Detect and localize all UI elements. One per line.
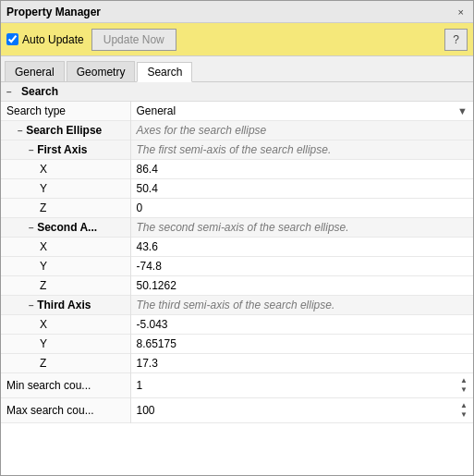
min-search-count-row: Min search cou... 1 ▲ ▼ xyxy=(1,373,473,398)
row-value[interactable]: 86.4 xyxy=(130,160,473,179)
window-title: Property Manager xyxy=(6,6,101,18)
max-search-value[interactable]: 100 ▲ ▼ xyxy=(131,398,474,422)
table-row: Z 17.3 xyxy=(1,354,473,373)
table-row: − Second A... The second semi-axis of th… xyxy=(1,218,473,238)
max-search-count-row: Max search cou... 100 ▲ ▼ xyxy=(1,398,473,423)
table-row: X 43.6 xyxy=(1,238,473,257)
min-search-label: Min search cou... xyxy=(1,373,130,398)
update-now-button[interactable]: Update Now xyxy=(91,29,176,51)
table-row: − Search Ellipse Axes for the search ell… xyxy=(1,121,473,140)
toolbar: Auto Update Update Now ? xyxy=(1,23,473,56)
max-search-label: Max search cou... xyxy=(1,398,130,423)
close-button[interactable]: × xyxy=(455,6,468,18)
row-label: X xyxy=(1,315,130,335)
min-search-value[interactable]: 1 ▲ ▼ xyxy=(131,373,474,397)
min-search-spinner[interactable]: ▲ ▼ xyxy=(460,376,468,395)
auto-update-label[interactable]: Auto Update xyxy=(6,33,84,46)
row-value[interactable]: 17.3 xyxy=(130,354,473,373)
property-manager-window: Property Manager × Auto Update Update No… xyxy=(0,0,474,476)
row-label: − First Axis xyxy=(1,140,130,160)
row-label: X xyxy=(1,238,130,257)
row-value[interactable]: 8.65175 xyxy=(130,335,473,354)
table-row: Y 8.65175 xyxy=(1,335,473,354)
content-area: − Search Search type General ▼ xyxy=(1,82,473,475)
property-table: Search type General ▼ − Search Ellipse xyxy=(1,102,473,423)
tab-general[interactable]: General xyxy=(5,61,65,81)
row-label: − Third Axis xyxy=(1,296,130,315)
tab-geometry[interactable]: Geometry xyxy=(67,61,136,81)
row-value: The second semi-axis of the search ellip… xyxy=(130,218,473,238)
row-value[interactable]: -5.043 xyxy=(130,315,473,335)
table-row: X -5.043 xyxy=(1,315,473,335)
row-value[interactable]: 50.1262 xyxy=(130,276,473,296)
spinner-down-icon[interactable]: ▼ xyxy=(460,385,468,395)
table-row: − Third Axis The third semi-axis of the … xyxy=(1,296,473,315)
collapse-icon[interactable]: − xyxy=(29,223,34,233)
row-label: Y xyxy=(1,179,130,199)
row-value[interactable]: General ▼ xyxy=(130,102,473,121)
collapse-icon[interactable]: − xyxy=(29,300,34,311)
row-value[interactable]: -74.8 xyxy=(130,257,473,276)
row-label: Z xyxy=(1,354,130,373)
table-row: Search type General ▼ xyxy=(1,102,473,121)
row-label: Z xyxy=(1,199,130,218)
tab-search[interactable]: Search xyxy=(137,62,192,82)
auto-update-checkbox[interactable] xyxy=(6,33,18,45)
table-row: Y -74.8 xyxy=(1,257,473,276)
row-label: Y xyxy=(1,257,130,276)
table-row: − First Axis The first semi-axis of the … xyxy=(1,140,473,160)
spinner-up-icon[interactable]: ▲ xyxy=(460,376,468,385)
collapse-icon[interactable]: − xyxy=(6,87,18,97)
row-value: Axes for the search ellipse xyxy=(130,121,473,140)
title-bar: Property Manager × xyxy=(1,1,473,23)
row-value: The third semi-axis of the search ellips… xyxy=(130,296,473,315)
collapse-icon[interactable]: − xyxy=(18,126,23,136)
row-label: − Second A... xyxy=(1,218,130,238)
row-label: Z xyxy=(1,276,130,296)
table-row: X 86.4 xyxy=(1,160,473,179)
row-value: The first semi-axis of the search ellips… xyxy=(130,140,473,160)
row-label: Search type xyxy=(1,102,130,121)
table-row: Y 50.4 xyxy=(1,179,473,199)
dropdown-arrow-icon[interactable]: ▼ xyxy=(457,105,468,116)
row-value[interactable]: 50.4 xyxy=(130,179,473,199)
spinner-down-icon[interactable]: ▼ xyxy=(460,410,468,420)
collapse-icon[interactable]: − xyxy=(29,145,34,155)
row-label: X xyxy=(1,160,130,179)
table-row: Z 50.1262 xyxy=(1,276,473,296)
auto-update-text: Auto Update xyxy=(22,33,84,46)
max-search-spinner[interactable]: ▲ ▼ xyxy=(460,401,468,420)
spinner-up-icon[interactable]: ▲ xyxy=(460,401,468,410)
search-section-header: − Search xyxy=(1,82,473,102)
section-title: Search xyxy=(21,85,58,98)
tabs-bar: General Geometry Search xyxy=(1,56,473,82)
row-value[interactable]: 43.6 xyxy=(130,238,473,257)
row-label: − Search Ellipse xyxy=(1,121,130,140)
table-row: Z 0 xyxy=(1,199,473,218)
help-button[interactable]: ? xyxy=(444,29,468,51)
row-label: Y xyxy=(1,335,130,354)
row-value[interactable]: 0 xyxy=(130,199,473,218)
